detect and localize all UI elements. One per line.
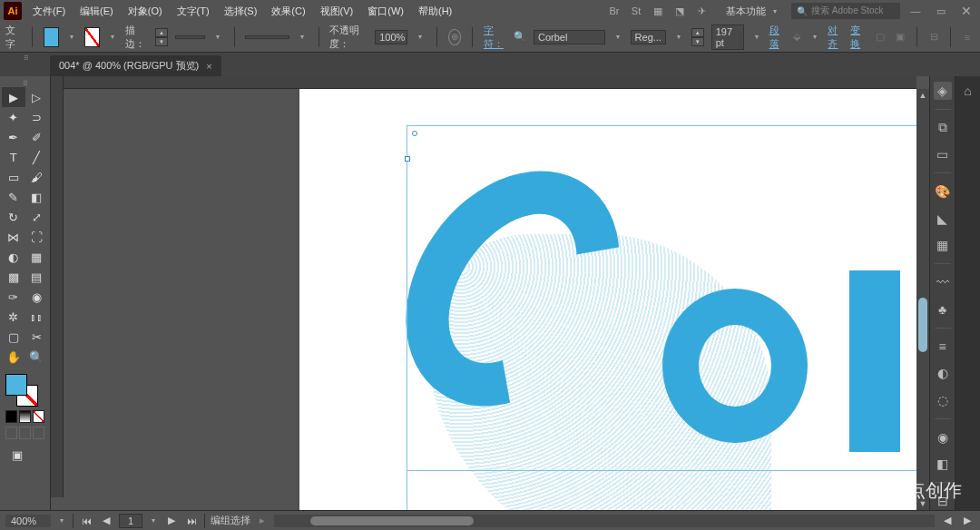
stock-icon[interactable]: St: [628, 4, 644, 18]
panel-grip-icon[interactable]: ⠿: [2, 80, 48, 87]
anchor-point[interactable]: [412, 131, 417, 136]
rectangle-tool[interactable]: ▭: [2, 167, 25, 187]
chevron-down-icon[interactable]: ▾: [297, 33, 308, 41]
artwork-letter-o[interactable]: [662, 289, 808, 443]
close-button[interactable]: ✕: [956, 4, 976, 18]
symbol-sprayer-tool[interactable]: ✲: [2, 307, 25, 327]
align-to-icon[interactable]: ⊟: [926, 30, 941, 44]
next-artboard-button[interactable]: ▶: [164, 514, 179, 528]
menu-type[interactable]: 文字(T): [173, 3, 213, 20]
search-stock-input[interactable]: 🔍 搜索 Adobe Stock: [791, 3, 900, 19]
direct-selection-tool[interactable]: ▷: [25, 87, 49, 107]
fill-swatch[interactable]: [44, 27, 59, 47]
selection-tool[interactable]: ▶: [2, 87, 25, 107]
column-graph-tool[interactable]: ⫾⫾: [25, 307, 49, 327]
send-icon[interactable]: ✈: [693, 4, 710, 18]
slice-tool[interactable]: ✂: [25, 327, 49, 347]
transparency-panel-icon[interactable]: ◌: [934, 391, 952, 409]
menu-select[interactable]: 选择(S): [220, 3, 261, 20]
magic-wand-tool[interactable]: ✦: [2, 107, 25, 127]
hand-tool[interactable]: ✋: [2, 347, 25, 367]
gradient-panel-icon[interactable]: ◐: [934, 364, 952, 382]
scale-tool[interactable]: ⤢: [25, 207, 49, 227]
draw-behind-icon[interactable]: [19, 427, 31, 439]
guide-vertical[interactable]: [407, 125, 407, 510]
none-mode-swatch[interactable]: [33, 410, 44, 423]
artboards-panel-icon[interactable]: ▭: [934, 145, 952, 163]
lasso-tool[interactable]: ⊃: [25, 107, 49, 127]
chevron-down-icon[interactable]: ▾: [809, 33, 820, 41]
artboard-number-field[interactable]: 1: [119, 514, 142, 528]
fill-color-box[interactable]: [5, 374, 27, 396]
guide-horizontal[interactable]: [407, 125, 916, 126]
swatches-panel-icon[interactable]: ▦: [934, 237, 952, 255]
brushes-panel-icon[interactable]: 〰: [934, 273, 952, 291]
menu-edit[interactable]: 编辑(E): [76, 3, 117, 20]
zoom-level-field[interactable]: 400%: [5, 515, 51, 527]
shaper-tool[interactable]: ✎: [2, 187, 25, 207]
line-tool[interactable]: ╱: [25, 147, 49, 167]
chevron-down-icon[interactable]: ▾: [148, 516, 159, 525]
last-artboard-button[interactable]: ⏭: [184, 514, 199, 528]
first-artboard-button[interactable]: ⏮: [79, 514, 93, 528]
minimize-button[interactable]: —: [906, 4, 926, 18]
font-size-field[interactable]: 197 pt: [711, 25, 744, 50]
color-mode-swatch[interactable]: [5, 410, 17, 423]
stroke-swatch[interactable]: [84, 27, 100, 47]
isolate-group-icon[interactable]: ▢: [873, 30, 887, 44]
blend-tool[interactable]: ◉: [25, 287, 49, 307]
chevron-down-icon[interactable]: ▾: [415, 33, 426, 41]
panel-menu-icon[interactable]: ≡: [960, 30, 975, 44]
character-panel-link[interactable]: 字符：: [484, 24, 506, 51]
eraser-tool[interactable]: ◧: [25, 187, 49, 207]
font-family-field[interactable]: Corbel: [534, 30, 605, 44]
chevron-down-icon[interactable]: ▾: [612, 33, 623, 41]
gradient-mode-swatch[interactable]: [19, 410, 31, 423]
chevron-down-icon[interactable]: ▾: [107, 33, 118, 41]
draw-inside-icon[interactable]: [33, 427, 44, 439]
draw-normal-icon[interactable]: [5, 427, 17, 439]
appearance-panel-icon[interactable]: ◉: [934, 428, 952, 447]
artboard-tool[interactable]: ▢: [2, 327, 25, 347]
stroke-weight-field[interactable]: [175, 35, 205, 39]
scrollbar-vertical[interactable]: ▲ ▼: [916, 89, 929, 510]
prev-artboard-button[interactable]: ◀: [99, 514, 113, 528]
paintbrush-tool[interactable]: 🖌: [25, 167, 49, 187]
scroll-right-icon[interactable]: ▶: [960, 514, 975, 528]
menu-help[interactable]: 帮助(H): [415, 3, 456, 20]
close-tab-icon[interactable]: ×: [206, 61, 211, 72]
maximize-button[interactable]: ▭: [931, 4, 951, 18]
document-tab[interactable]: 004* @ 400% (RGB/GPU 预览) ×: [50, 55, 221, 76]
align-panel-link[interactable]: 对齐: [828, 24, 843, 51]
screen-mode-button[interactable]: ▣: [5, 445, 29, 465]
scroll-left-icon[interactable]: ◀: [940, 514, 955, 528]
pen-tool[interactable]: ✒: [2, 127, 25, 147]
anchor-point[interactable]: [405, 156, 410, 162]
scroll-up-icon[interactable]: ▲: [916, 89, 929, 102]
artwork-letter-fragment[interactable]: [849, 270, 900, 452]
gradient-tool[interactable]: ▤: [25, 267, 49, 287]
gpu-icon[interactable]: ⬔: [671, 4, 688, 18]
stroke-weight-spinner[interactable]: ▲▼: [155, 28, 168, 46]
scrollbar-thumb[interactable]: [310, 516, 474, 525]
zoom-tool[interactable]: 🔍: [25, 347, 49, 367]
rotate-tool[interactable]: ↻: [2, 207, 25, 227]
mesh-tool[interactable]: ▩: [2, 267, 25, 287]
menu-effect[interactable]: 效果(C): [268, 3, 309, 20]
menu-file[interactable]: 文件(F): [29, 3, 69, 20]
menu-object[interactable]: 对象(O): [124, 3, 166, 20]
menu-window[interactable]: 窗口(W): [364, 3, 407, 20]
workspace-switcher[interactable]: 基本功能 ▾: [720, 3, 786, 20]
guide-horizontal[interactable]: [407, 470, 916, 471]
font-style-field[interactable]: Reg...: [631, 30, 666, 44]
variable-width-profile[interactable]: [245, 35, 289, 39]
perspective-grid-tool[interactable]: ▦: [25, 247, 49, 267]
chevron-down-icon[interactable]: ▾: [66, 33, 77, 41]
fill-stroke-indicator[interactable]: [2, 372, 48, 408]
font-size-spinner[interactable]: ▲▼: [691, 28, 704, 46]
ruler-vertical[interactable]: [51, 76, 64, 497]
canvas-viewport[interactable]: [64, 89, 916, 510]
scrollbar-horizontal[interactable]: [274, 515, 935, 527]
recolor-icon[interactable]: ⊕: [448, 29, 461, 45]
curvature-tool[interactable]: ✐: [25, 127, 49, 147]
